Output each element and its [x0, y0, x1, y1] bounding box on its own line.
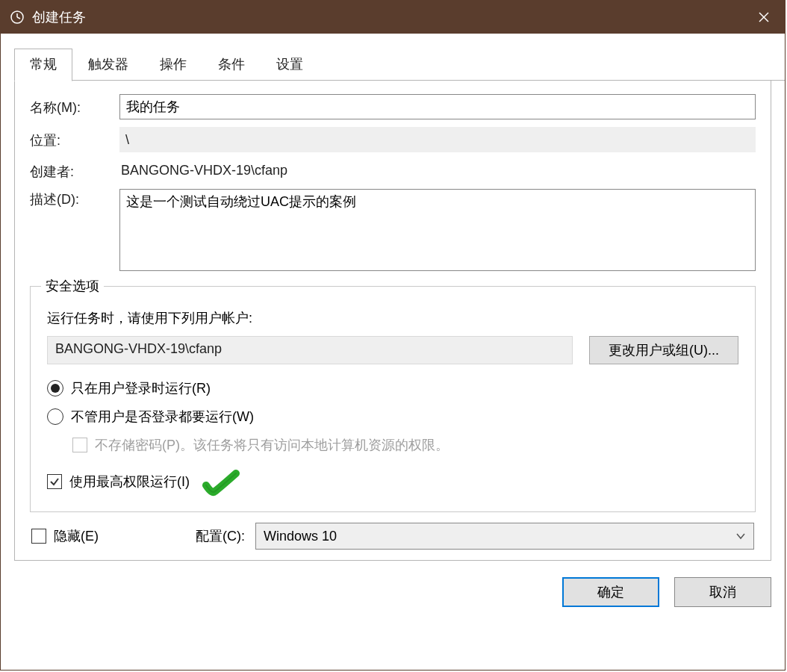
title-bar[interactable]: 创建任务 [1, 1, 785, 34]
tab-general[interactable]: 常规 [14, 49, 72, 81]
tab-settings[interactable]: 设置 [261, 49, 319, 81]
chevron-down-icon [735, 530, 746, 542]
ok-button[interactable]: 确定 [562, 577, 659, 607]
radio-run-logged-on[interactable]: 只在用户登录时运行(R) [47, 379, 738, 397]
description-input[interactable]: 这是一个测试自动绕过UAC提示的案例 [119, 189, 756, 271]
checkbox-icon [31, 529, 46, 544]
checkbox-hidden-label: 隐藏(E) [54, 527, 99, 545]
cancel-button[interactable]: 取消 [674, 577, 771, 607]
radio-run-whether-label: 不管用户是否登录都要运行(W) [71, 408, 254, 426]
tab-conditions[interactable]: 条件 [202, 49, 261, 81]
checkbox-icon [47, 474, 62, 489]
creator-label: 创建者: [30, 161, 119, 181]
creator-value: BANGONG-VHDX-19\cfanp [119, 160, 756, 181]
radio-icon [47, 380, 63, 396]
description-label: 描述(D): [30, 189, 119, 208]
close-button[interactable] [743, 1, 785, 34]
checkbox-icon [72, 438, 87, 452]
config-dropdown-value: Windows 10 [264, 529, 337, 544]
radio-run-whether[interactable]: 不管用户是否登录都要运行(W) [47, 408, 738, 426]
security-instruction: 运行任务时，请使用下列用户帐户: [47, 309, 738, 327]
window-title: 创建任务 [32, 8, 86, 26]
checkbox-hidden[interactable]: 隐藏(E) [31, 527, 181, 545]
close-icon [759, 12, 769, 22]
location-label: 位置: [30, 130, 119, 149]
checkbox-highest-priv[interactable]: 使用最高权限运行(I) [47, 464, 738, 498]
name-input[interactable] [119, 94, 756, 119]
tab-page-general: 名称(M): 位置: \ 创建者: BANGONG-VHDX-19\cfanp … [14, 81, 771, 561]
security-groupbox: 安全选项 运行任务时，请使用下列用户帐户: BANGONG-VHDX-19\cf… [30, 286, 756, 512]
security-account: BANGONG-VHDX-19\cfanp [47, 336, 573, 364]
checkbox-highest-priv-label: 使用最高权限运行(I) [69, 473, 190, 491]
location-value: \ [119, 127, 756, 152]
radio-run-logged-on-label: 只在用户登录时运行(R) [71, 379, 211, 397]
checkbox-no-password: 不存储密码(P)。该任务将只有访问本地计算机资源的权限。 [72, 436, 738, 454]
config-label: 配置(C): [196, 527, 245, 545]
tab-strip: 常规 触发器 操作 条件 设置 [1, 34, 785, 81]
dialog-window: 创建任务 常规 触发器 操作 条件 设置 名称(M): 位置: \ [0, 0, 786, 671]
name-label: 名称(M): [30, 97, 119, 116]
checkmark-annotation-icon [202, 464, 242, 498]
config-dropdown[interactable]: Windows 10 [255, 523, 754, 550]
change-user-button[interactable]: 更改用户或组(U)... [589, 336, 738, 364]
radio-icon [47, 408, 63, 425]
checkbox-no-password-label: 不存储密码(P)。该任务将只有访问本地计算机资源的权限。 [95, 436, 449, 454]
client-area: 常规 触发器 操作 条件 设置 名称(M): 位置: \ 创建者: BANGON… [1, 34, 785, 670]
svg-line-2 [17, 17, 20, 19]
security-legend: 安全选项 [41, 277, 104, 295]
dialog-footer: 确定 取消 [1, 561, 785, 607]
tab-actions[interactable]: 操作 [144, 49, 202, 81]
clock-icon [10, 10, 25, 25]
tab-triggers[interactable]: 触发器 [72, 49, 144, 81]
